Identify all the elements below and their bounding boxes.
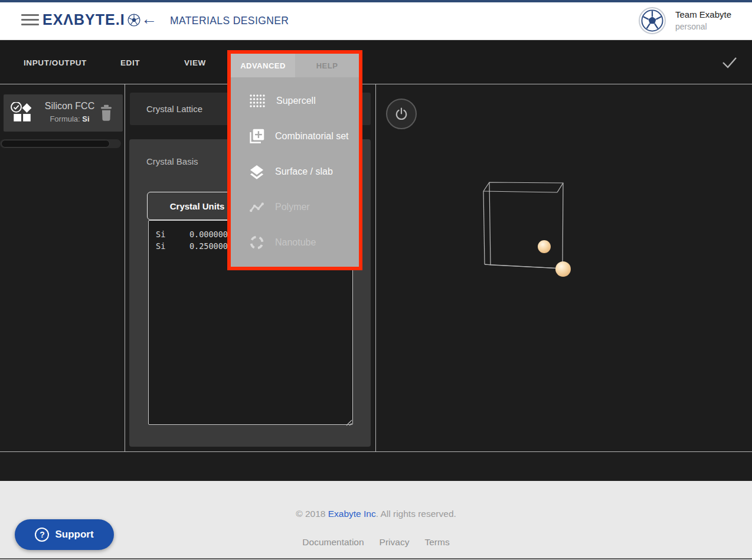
user-name[interactable]: Team Exabyte — [675, 9, 731, 19]
materials-designer-app: EXΛBYTE.I ← MATERIALS DESIGNER — [0, 0, 752, 560]
material-widgets-icon — [11, 102, 33, 125]
advanced-menu-paper: Supercell Combinatorial set Surface / sl… — [231, 77, 359, 267]
footer-link-terms[interactable]: Terms — [424, 537, 449, 548]
sidebar-scrollbar-thumb[interactable] — [1, 140, 110, 148]
designer-menubar: INPUT/OUTPUT EDIT VIEW — [0, 40, 752, 84]
silicon-atom — [555, 261, 571, 277]
soccer-ball-icon — [127, 14, 140, 27]
advanced-menu-dropdown: ADVANCED HELP Supercell — [227, 50, 362, 270]
question-circle-icon: ? — [35, 528, 49, 542]
nanotube-icon — [249, 234, 265, 251]
menu-item-polymer: Polymer — [231, 189, 359, 225]
footer-bottom-line — [0, 558, 752, 559]
dropdown-tab-row: ADVANCED HELP — [231, 54, 359, 77]
menubar-item-edit[interactable]: EDIT — [120, 58, 140, 67]
textarea-resize-grip[interactable] — [346, 418, 352, 424]
sidebar-divider — [125, 84, 125, 451]
logo-text: EXΛBYTE.I — [42, 11, 125, 28]
page-title: MATERIALS DESIGNER — [170, 15, 289, 27]
combinatorial-set-icon — [249, 128, 265, 145]
footer-link-documentation[interactable]: Documentation — [302, 537, 364, 548]
menu-item-supercell[interactable]: Supercell — [231, 83, 359, 119]
save-check-icon[interactable] — [721, 55, 738, 69]
menubar-item-input-output[interactable]: INPUT/OUTPUT — [24, 58, 87, 67]
team-ball-icon — [641, 9, 663, 32]
footer: © 2018 Exabyte Inc. All rights reserved.… — [0, 481, 752, 560]
delete-material-icon[interactable] — [98, 104, 115, 123]
material-title: Silicon FCC — [40, 101, 99, 112]
menubar-item-help[interactable]: HELP — [295, 54, 359, 77]
viewer-3d-canvas[interactable] — [376, 84, 752, 451]
hamburger-menu-icon[interactable] — [21, 14, 39, 27]
menubar-item-advanced[interactable]: ADVANCED — [231, 54, 295, 77]
menu-item-nanotube: Nanotube — [231, 225, 359, 260]
copyright-text: © 2018 Exabyte Inc. All rights reserved. — [0, 509, 752, 519]
back-arrow-icon[interactable]: ← — [141, 10, 157, 28]
polymer-icon — [249, 200, 265, 214]
menubar-item-view[interactable]: VIEW — [184, 58, 206, 67]
crystal-lattice-label: Crystal Lattice — [146, 104, 202, 114]
crystal-basis-label: Crystal Basis — [146, 156, 198, 166]
user-role: personal — [675, 22, 707, 31]
footer-link-privacy[interactable]: Privacy — [380, 537, 410, 548]
surface-slab-icon — [249, 163, 265, 180]
exabyte-logo[interactable]: EXΛBYTE.I — [42, 11, 140, 28]
menu-item-surface-slab[interactable]: Surface / slab — [231, 154, 359, 189]
material-list-item[interactable]: Silicon FCC Formula: Si — [4, 94, 123, 132]
app-header: EXΛBYTE.I ← MATERIALS DESIGNER — [0, 2, 752, 40]
avatar[interactable] — [639, 7, 666, 34]
silicon-atom — [538, 240, 551, 253]
supercell-grid-icon — [249, 93, 266, 109]
menu-item-combinatorial-set[interactable]: Combinatorial set — [231, 119, 359, 154]
exabyte-inc-link[interactable]: Exabyte Inc — [328, 509, 376, 519]
support-button[interactable]: ? Support — [15, 519, 114, 550]
bottom-divider — [0, 451, 752, 452]
material-formula: Formula: Si — [40, 114, 99, 123]
